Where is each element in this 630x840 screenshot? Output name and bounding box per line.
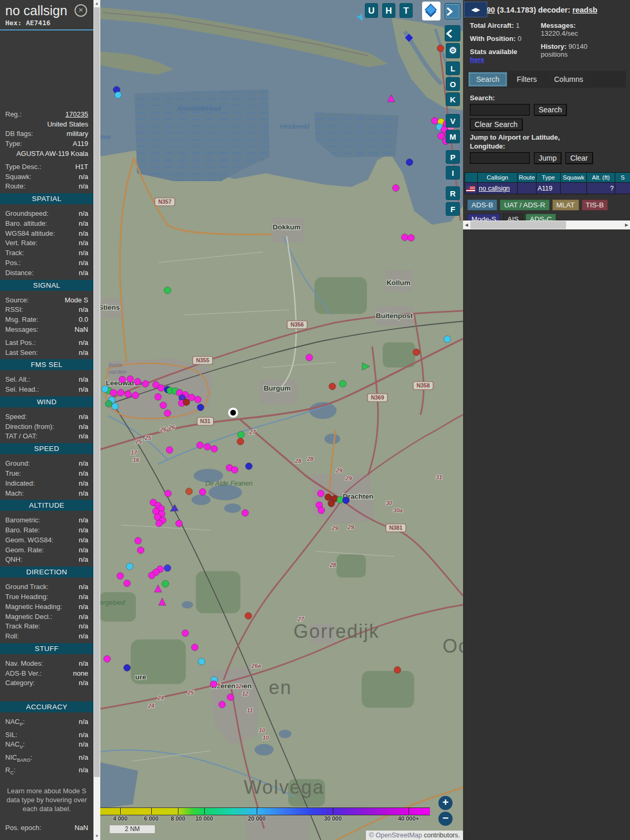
filter-button-ads-b[interactable]: ADS-B	[467, 200, 497, 211]
aircraft-dot[interactable]	[402, 234, 408, 241]
tab-filters[interactable]: Filters	[509, 72, 544, 87]
aircraft-dot[interactable]	[162, 581, 169, 587]
aircraft-dot[interactable]	[115, 92, 122, 99]
aircraft-dot[interactable]	[138, 547, 144, 554]
scroll-down-icon[interactable]: ▼	[93, 833, 100, 839]
aircraft-dot[interactable]	[192, 644, 198, 651]
callsign-link[interactable]: no callsign	[479, 185, 510, 192]
aircraft-dot[interactable]	[142, 381, 149, 387]
jump-input[interactable]	[470, 152, 530, 164]
aircraft-dot[interactable]	[125, 391, 132, 398]
column-header-S[interactable]: S	[615, 173, 630, 183]
osm-link[interactable]: © OpenStreetMap	[369, 832, 422, 839]
map-button-r[interactable]: R	[446, 186, 460, 200]
aircraft-dot[interactable]	[393, 185, 400, 192]
aircraft-dot[interactable]	[195, 396, 202, 403]
aircraft-dot[interactable]	[438, 133, 445, 140]
aircraft-dot[interactable]	[102, 386, 109, 393]
aircraft-dot[interactable]	[118, 390, 124, 396]
column-header-Squawk[interactable]: Squawk	[561, 173, 587, 183]
zoom-out-button[interactable]: −	[438, 812, 453, 826]
aircraft-dot[interactable]	[182, 630, 189, 637]
aircraft-dot[interactable]	[149, 572, 155, 579]
aircraft-dot[interactable]	[343, 497, 350, 504]
aircraft-dot[interactable]	[219, 701, 226, 708]
close-icon[interactable]: ×	[75, 4, 87, 17]
aircraft-dot[interactable]	[408, 235, 415, 242]
jump-button[interactable]: Jump	[534, 152, 561, 164]
aircraft-dot[interactable]	[176, 520, 183, 527]
aircraft-dot[interactable]	[340, 381, 346, 387]
callsign-cell[interactable]: no callsign	[478, 183, 518, 194]
aircraft-dot[interactable]	[124, 580, 131, 587]
panel-horizontal-scrollbar[interactable]: ◀ ▶	[463, 220, 630, 229]
panel-collapse-button[interactable]: ◀▶	[464, 2, 487, 17]
map-canvas[interactable]: AmelanderwadHeideveldeveDe Alde Feanener…	[100, 0, 463, 840]
column-header-Type[interactable]: Type	[537, 173, 561, 183]
aircraft-dot[interactable]	[164, 410, 171, 417]
aircraft-dot[interactable]	[325, 494, 332, 501]
column-header-Route[interactable]: Route	[518, 173, 537, 183]
search-input[interactable]	[470, 104, 530, 116]
zoom-in-button[interactable]: +	[438, 796, 453, 810]
aircraft-dot[interactable]	[237, 438, 244, 445]
aircraft-dot[interactable]	[186, 488, 193, 495]
filter-button-mlat[interactable]: MLAT	[552, 200, 579, 211]
aircraft-dot[interactable]	[211, 446, 218, 453]
aircraft-dot[interactable]	[164, 287, 171, 294]
selected-aircraft-marker[interactable]	[230, 410, 236, 416]
aircraft-dot[interactable]	[406, 159, 413, 166]
column-header-Callsign[interactable]: Callsign	[478, 173, 518, 183]
map-button-t[interactable]: T	[400, 3, 413, 18]
aircraft-dot[interactable]	[165, 490, 172, 497]
data-row-value[interactable]: 170235	[66, 110, 88, 118]
aircraft-dot[interactable]	[127, 376, 134, 383]
aircraft-dot[interactable]	[227, 694, 234, 701]
stats-here-link[interactable]: here	[470, 56, 484, 64]
column-header-flag[interactable]	[465, 173, 478, 183]
aircraft-dot[interactable]	[328, 500, 335, 507]
aircraft-dot[interactable]	[112, 403, 119, 410]
aircraft-dot[interactable]	[232, 467, 238, 474]
aircraft-dot[interactable]	[127, 563, 133, 570]
map-button-u[interactable]: U	[365, 3, 378, 18]
aircraft-dot[interactable]	[437, 45, 444, 52]
aircraft-dot[interactable]	[110, 390, 117, 396]
aircraft-dot[interactable]	[432, 118, 438, 124]
aircraft-dot[interactable]	[245, 613, 252, 620]
map-button-expand[interactable]	[445, 3, 460, 19]
aircraft-dot[interactable]	[183, 399, 190, 406]
aircraft-dot[interactable]	[211, 681, 217, 688]
map-button-settings[interactable]: ⚙	[446, 43, 460, 58]
aircraft-dot[interactable]	[166, 447, 173, 454]
jump-clear-button[interactable]: Clear	[565, 152, 592, 164]
aircraft-dot[interactable]	[134, 379, 141, 385]
aircraft-dot[interactable]	[104, 656, 111, 663]
clear-search-button[interactable]: Clear Search	[470, 119, 522, 130]
filter-button-tis-b[interactable]: TIS-B	[582, 200, 608, 211]
map-button-o[interactable]: O	[446, 77, 460, 91]
aircraft-dot[interactable]	[238, 432, 245, 438]
flag-cell[interactable]	[465, 183, 478, 194]
aircraft-dot[interactable]	[164, 565, 171, 572]
scroll-left-icon[interactable]: ◀	[463, 220, 470, 229]
aircraft-dot[interactable]	[188, 394, 195, 401]
map-button-l[interactable]: L	[446, 61, 460, 75]
map-button-k[interactable]: K	[446, 92, 460, 106]
aircraft-dot[interactable]	[318, 490, 324, 497]
column-header-Alt. (ft)[interactable]: Alt. (ft)	[587, 173, 615, 183]
filter-button-uat-ads-r[interactable]: UAT / ADS-R	[500, 200, 549, 211]
scroll-up-icon[interactable]: ▲	[93, 0, 100, 7]
readsb-link[interactable]: readsb	[572, 6, 597, 14]
scroll-right-icon[interactable]: ▶	[623, 220, 630, 229]
aircraft-dot[interactable]	[444, 336, 451, 343]
map-button-i[interactable]: I	[446, 166, 460, 180]
aircraft-dot[interactable]	[306, 354, 313, 361]
aircraft-dot[interactable]	[155, 394, 162, 401]
aircraft-dot[interactable]	[329, 383, 336, 390]
aircraft-dot[interactable]	[156, 520, 163, 527]
map-button-v[interactable]: V	[446, 114, 460, 128]
aircraft-dot[interactable]	[413, 349, 420, 356]
aircraft-dot[interactable]	[117, 573, 124, 580]
aircraft-dot[interactable]	[135, 538, 142, 544]
